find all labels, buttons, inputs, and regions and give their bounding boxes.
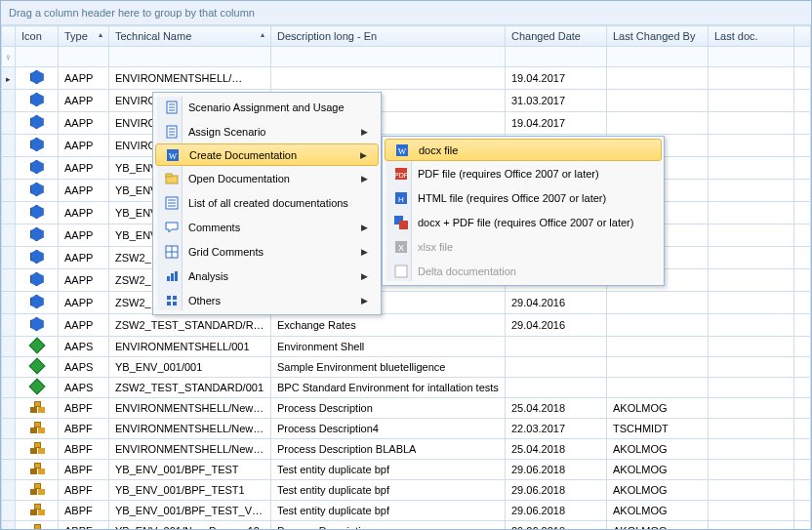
filter-tech-cell[interactable] xyxy=(109,47,271,67)
table-row[interactable]: ABPFENVIRONMENTSHELL/New Proc…Process De… xyxy=(2,439,811,460)
menu-item-grid-comments[interactable]: Grid Comments▶ xyxy=(155,239,379,264)
header-handle[interactable] xyxy=(2,26,16,47)
table-row[interactable]: ABPFENVIRONMENTSHELL/New Proc…Process De… xyxy=(2,419,811,439)
table-row[interactable]: ABPFENVIRONMENTSHELL/New Proc…Process De… xyxy=(2,398,811,419)
header-changed-date[interactable]: Changed Date xyxy=(506,26,607,47)
table-row[interactable]: ABPFYB_ENV_001/BPF_TEST1Test entity dupl… xyxy=(2,480,811,501)
cell-slack xyxy=(794,202,811,224)
row-handle[interactable] xyxy=(2,460,16,480)
cell-changed-date xyxy=(506,378,607,398)
hierarchy-icon xyxy=(30,401,44,413)
row-handle[interactable] xyxy=(2,180,16,202)
menu-item-comments[interactable]: Comments▶ xyxy=(155,215,379,239)
row-handle[interactable] xyxy=(2,202,16,224)
row-handle[interactable] xyxy=(2,112,16,135)
header-last-changed-by[interactable]: Last Changed By xyxy=(607,26,709,47)
menu-item-assign-scenario[interactable]: Assign Scenario▶ xyxy=(155,119,379,143)
table-row[interactable]: AAPSENVIRONMENTSHELL/001Environment Shel… xyxy=(2,337,811,357)
row-handle[interactable] xyxy=(2,337,16,357)
row-handle[interactable] xyxy=(2,378,16,398)
row-handle[interactable] xyxy=(2,135,16,157)
hierarchy-icon xyxy=(30,463,44,474)
cell-icon xyxy=(16,180,59,202)
row-handle[interactable] xyxy=(2,398,16,419)
row-handle[interactable] xyxy=(2,90,16,112)
menu-item-create-documentation[interactable]: WCreate Documentation▶ xyxy=(155,143,379,166)
cell-icon xyxy=(16,480,59,501)
cell-last-doc xyxy=(709,357,794,378)
cell-slack xyxy=(794,378,811,398)
menu-item-open-documentation[interactable]: Open Documentation▶ xyxy=(155,166,379,190)
table-row[interactable]: ABPFYB_ENV_001/BPF_TESTTest entity dupli… xyxy=(2,460,811,480)
row-handle[interactable] xyxy=(2,269,16,292)
submenu-arrow-icon: ▶ xyxy=(361,247,373,257)
filter-doc-cell[interactable] xyxy=(709,47,794,67)
header-type[interactable]: Type▴ xyxy=(59,26,109,47)
cell-technical-name: ZSW2_TEST_STANDARD/Rates xyxy=(109,314,271,337)
header-last-doc[interactable]: Last doc. xyxy=(709,26,794,47)
xlsx-icon: X xyxy=(390,239,412,255)
cell-type: AAPP xyxy=(59,157,109,180)
doc-icon xyxy=(161,100,183,115)
cell-type: AAPS xyxy=(59,378,109,398)
cell-technical-name: ZSW2_TEST_STANDARD/001 xyxy=(109,378,271,398)
row-handle[interactable] xyxy=(2,419,16,439)
filter-desc-cell[interactable] xyxy=(271,47,506,67)
header-icon[interactable]: Icon xyxy=(16,26,59,47)
submenu-item-xlsx-file: Xxlsx file xyxy=(385,234,662,259)
table-row[interactable]: AAPSYB_ENV_001/001Sample Environment blu… xyxy=(2,357,811,378)
cell-last-changed-by xyxy=(607,337,709,357)
table-row[interactable]: AAPPENVIRO31.03.2017 xyxy=(2,90,811,112)
group-by-text: Drag a column header here to group by th… xyxy=(9,7,255,19)
table-row[interactable]: ▸AAPPENVIRONMENTSHELL/…19.04.2017 xyxy=(2,67,811,90)
cell-last-doc xyxy=(709,180,794,202)
cell-last-doc xyxy=(709,378,794,398)
cell-slack xyxy=(794,292,811,314)
header-doc-label: Last doc. xyxy=(714,30,758,42)
table-row[interactable]: ABPFYB_ENV_001/New Process12Process Desc… xyxy=(2,521,811,531)
table-row[interactable]: AAPSZSW2_TEST_STANDARD/001BPC Standard E… xyxy=(2,378,811,398)
group-by-bar[interactable]: Drag a column header here to group by th… xyxy=(1,1,811,25)
cell-slack xyxy=(794,180,811,202)
menu-item-list-of-all-created-documentations[interactable]: List of all created documentations xyxy=(155,190,379,215)
table-row[interactable]: AAPPZSW2_29.04.2016 xyxy=(2,292,811,314)
menu-item-analysis[interactable]: Analysis▶ xyxy=(155,264,379,288)
submenu-item-docx-pdf-file-requires-office-2007-or-later[interactable]: docx + PDF file (requires Office 2007 or… xyxy=(385,210,662,234)
submenu-item-html-file-requires-office-2007-or-later[interactable]: HHTML file (requires Office 2007 or late… xyxy=(385,185,662,210)
row-handle[interactable] xyxy=(2,224,16,247)
table-row[interactable]: AAPPZSW2_TEST_STANDARD/RatesExchange Rat… xyxy=(2,314,811,337)
cell-last-doc xyxy=(709,419,794,439)
row-handle[interactable] xyxy=(2,439,16,460)
cell-slack xyxy=(794,357,811,378)
row-handle[interactable] xyxy=(2,480,16,501)
header-description[interactable]: Description long - En xyxy=(271,26,506,47)
filter-date-cell[interactable] xyxy=(506,47,607,67)
menu-item-label: Grid Comments xyxy=(183,246,361,258)
header-technical-name[interactable]: Technical Name▴ xyxy=(109,26,271,47)
row-handle[interactable] xyxy=(2,314,16,337)
submenu-arrow-icon: ▶ xyxy=(361,271,373,281)
row-handle[interactable] xyxy=(2,157,16,180)
cell-technical-name: ENVIRONMENTSHELL/New Proc… xyxy=(109,419,271,439)
menu-item-scenario-assignment-and-usage[interactable]: Scenario Assignment and Usage xyxy=(155,95,379,119)
filter-user-cell[interactable] xyxy=(607,47,709,67)
menu-item-label: Others xyxy=(183,295,361,306)
row-handle[interactable] xyxy=(2,521,16,531)
submenu-item-pdf-file-requires-office-2007-or-later[interactable]: PDFPDF file (requires Office 2007 or lat… xyxy=(385,161,662,185)
cell-icon xyxy=(16,292,59,314)
filter-type-cell[interactable] xyxy=(59,47,109,67)
table-row[interactable]: AAPPENVIRO19.04.2017 xyxy=(2,112,811,135)
row-handle[interactable] xyxy=(2,292,16,314)
filter-icon-cell[interactable] xyxy=(16,47,59,67)
cell-last-doc xyxy=(709,398,794,419)
table-row[interactable]: ABPFYB_ENV_001/BPF_TEST_VERSIONTest enti… xyxy=(2,501,811,521)
row-handle[interactable]: ▸ xyxy=(2,67,16,90)
row-handle[interactable] xyxy=(2,247,16,269)
cube-icon xyxy=(30,183,44,196)
cell-icon xyxy=(16,67,59,90)
cell-changed-date: 19.04.2017 xyxy=(506,67,607,90)
row-handle[interactable] xyxy=(2,357,16,378)
row-handle[interactable] xyxy=(2,501,16,521)
menu-item-others[interactable]: Others▶ xyxy=(155,288,379,312)
submenu-item-docx-file[interactable]: Wdocx file xyxy=(385,139,662,161)
